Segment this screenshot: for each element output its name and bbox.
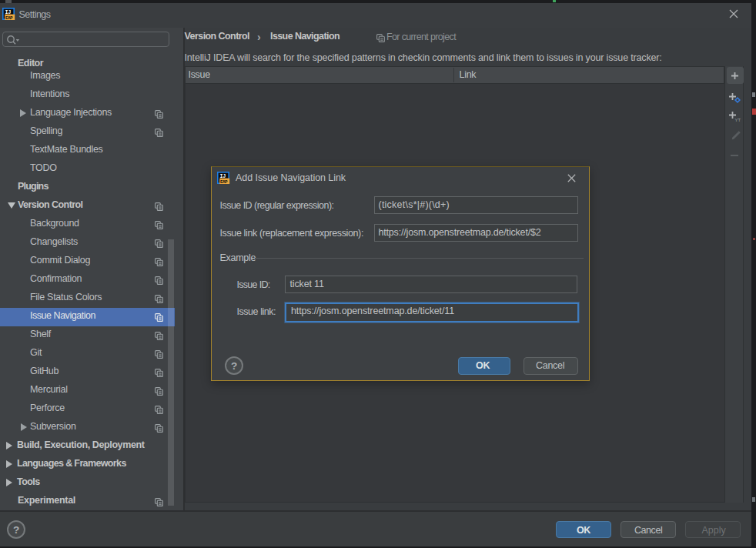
svg-text:EAP: EAP: [5, 15, 13, 21]
svg-text:YT: YT: [735, 118, 741, 122]
svg-text:EAP: EAP: [220, 179, 228, 185]
